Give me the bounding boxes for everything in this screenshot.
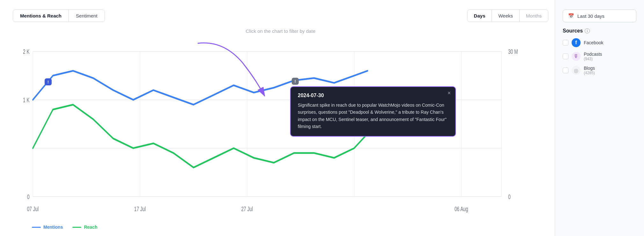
source-podcasts-checkbox[interactable] — [563, 54, 568, 59]
legend-reach-label: Reach — [84, 225, 97, 230]
period-weeks[interactable]: Weeks — [492, 10, 520, 22]
annotation-marker-1-label: ! — [48, 80, 49, 84]
annotation-marker-2[interactable]: ! — [292, 78, 299, 85]
source-facebook-checkbox[interactable] — [563, 40, 568, 46]
tab-sentiment[interactable]: Sentiment — [69, 10, 105, 22]
legend-mentions: Mentions — [32, 225, 63, 230]
legend-reach: Reach — [72, 225, 97, 230]
period-months[interactable]: Months — [520, 10, 548, 22]
tab-mentions-reach[interactable]: Mentions & Reach — [13, 10, 69, 22]
svg-text:1 K: 1 K — [23, 97, 30, 104]
facebook-icon: f — [572, 38, 581, 47]
chart-svg: 2 K 1 K 0 30 M 0 07 Jul 17 Jul 27 Jul 06… — [13, 37, 548, 221]
sources-title-text: Sources — [563, 28, 583, 34]
tooltip-date: 2024-07-30 — [298, 93, 448, 98]
source-blogs-checkbox[interactable] — [563, 68, 568, 73]
sidebar: 📅 Last 30 days Sources i f Facebook 🎙 Po… — [555, 0, 644, 236]
legend-mentions-label: Mentions — [43, 225, 63, 230]
source-blogs-count: (4285) — [584, 71, 595, 75]
svg-text:27 Jul: 27 Jul — [241, 205, 253, 212]
chart-hint: Click on the chart to filter by date — [13, 28, 548, 34]
legend-mentions-line — [32, 227, 41, 228]
sources-info-icon[interactable]: i — [585, 28, 590, 33]
calendar-icon: 📅 — [568, 13, 574, 19]
svg-text:07 Jul: 07 Jul — [27, 205, 39, 212]
sources-title: Sources i — [563, 28, 636, 34]
date-range-label: Last 30 days — [577, 13, 604, 19]
tooltip-close-button[interactable]: × — [447, 90, 451, 96]
source-facebook-info: Facebook — [584, 40, 603, 45]
annotation-marker-1[interactable]: ! — [45, 78, 52, 85]
main-content: Mentions & Reach Sentiment Days Weeks Mo… — [0, 0, 555, 236]
period-tabs: Days Weeks Months — [467, 10, 548, 22]
source-blogs-name: Blogs — [584, 66, 595, 71]
source-blogs-info: Blogs (4285) — [584, 66, 595, 75]
annotation-marker-2-label: ! — [295, 79, 296, 84]
svg-text:17 Jul: 17 Jul — [134, 205, 146, 212]
tooltip-box: × 2024-07-30 Significant spike in reach … — [290, 86, 456, 137]
legend-reach-line — [72, 227, 81, 228]
chart-legend: Mentions Reach — [13, 225, 548, 230]
source-facebook-name: Facebook — [584, 40, 603, 45]
svg-text:0: 0 — [508, 193, 511, 200]
sources-section: Sources i f Facebook 🎙 Podcasts (943) ◎ — [563, 28, 636, 80]
svg-text:2 K: 2 K — [23, 48, 30, 55]
svg-text:30 M: 30 M — [508, 48, 518, 55]
svg-text:0: 0 — [27, 193, 30, 200]
chart-area[interactable]: 2 K 1 K 0 30 M 0 07 Jul 17 Jul 27 Jul 06… — [13, 37, 548, 221]
top-bar: Mentions & Reach Sentiment Days Weeks Mo… — [13, 10, 548, 22]
source-podcasts-count: (943) — [584, 57, 602, 61]
source-podcasts-name: Podcasts — [584, 52, 602, 57]
podcasts-icon: 🎙 — [572, 52, 581, 61]
period-days[interactable]: Days — [467, 10, 492, 22]
blogs-icon: ◎ — [572, 66, 581, 75]
source-podcasts-info: Podcasts (943) — [584, 52, 602, 61]
source-podcasts: 🎙 Podcasts (943) — [563, 52, 636, 61]
source-facebook: f Facebook — [563, 38, 636, 47]
tooltip-text: Significant spike in reach due to popula… — [298, 102, 448, 130]
source-blogs: ◎ Blogs (4285) — [563, 66, 636, 75]
date-range-button[interactable]: 📅 Last 30 days — [563, 10, 636, 22]
svg-text:06 Aug: 06 Aug — [455, 205, 468, 212]
chart-type-tabs: Mentions & Reach Sentiment — [13, 10, 105, 22]
